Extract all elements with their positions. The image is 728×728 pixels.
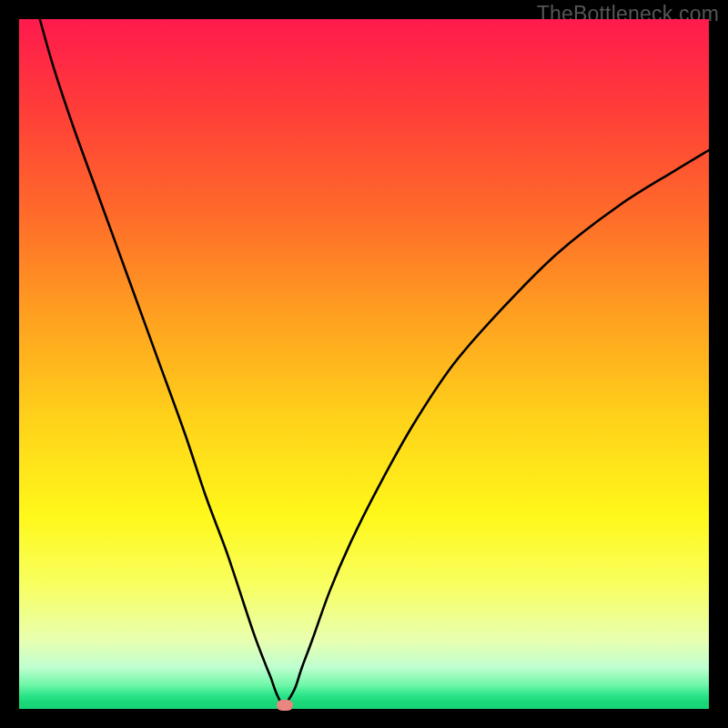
chart-frame bbox=[19, 19, 709, 709]
curve-path bbox=[40, 19, 709, 706]
bottleneck-curve bbox=[19, 19, 709, 709]
point-marker bbox=[277, 700, 293, 711]
